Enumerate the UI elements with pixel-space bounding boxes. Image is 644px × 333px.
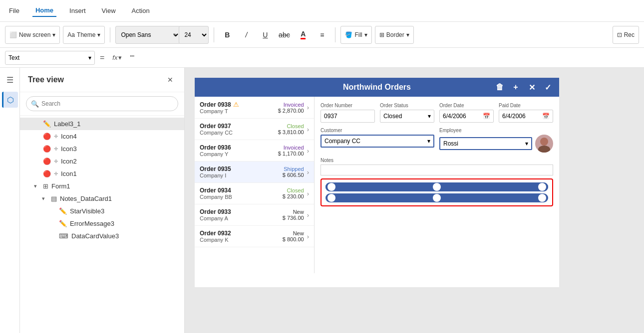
menu-home[interactable]: Home [32,4,56,17]
fx-button[interactable]: fx ▾ [109,53,125,62]
tree-item-starvisible3[interactable]: ✏️ StarVisible3 [20,205,184,217]
order-number: Order 0936 [200,144,278,151]
order-status-selector[interactable]: Closed ▾ [380,110,434,123]
menu-view[interactable]: View [99,5,119,16]
formula-input[interactable] [128,51,639,65]
add-button[interactable]: + [509,81,522,94]
tree-view-title: Tree view [28,75,64,84]
order-number-value[interactable]: 0937 [321,110,375,123]
employee-chevron-icon: ▾ [525,140,528,147]
order-date-value[interactable]: 6/4/2006 📅 [439,110,494,123]
order-row[interactable]: Order 0936 Company Y Invoiced $ 1,170.00… [195,140,314,162]
chevron-right-icon: › [307,211,309,219]
calendar-icon: 📅 [542,113,550,120]
chevron-right-icon: › [307,126,309,133]
tree-item-datacardvalue3[interactable]: ⌨ DataCardValue3 [20,230,184,242]
theme-button[interactable]: Aa Theme ▾ [63,26,105,44]
tree-item-icon4[interactable]: 🔴 ✛ Icon4 [20,130,184,143]
shapes-icon: 🔴 [43,145,51,153]
tree-item-icon2[interactable]: 🔴 ✛ Icon2 [20,155,184,167]
employee-avatar [535,135,553,153]
paid-date-label: Paid Date [499,103,553,108]
font-color-button[interactable]: A [295,27,311,43]
customer-selector[interactable]: Company CC ▾ [321,135,434,148]
order-row[interactable]: Order 0934 Company BB Closed $ 230.00 › [195,183,314,204]
new-screen-button[interactable]: ⬜ New screen ▾ [5,26,60,44]
order-amount: $ 736.00 [283,215,304,221]
order-row[interactable]: Order 0937 Company CC Closed $ 3,810.00 … [195,119,314,140]
order-company: Company T [200,108,278,114]
order-row[interactable]: Order 0933 Company A New $ 736.00 › [195,204,314,226]
order-number: Order 0932 [200,230,283,237]
slider-track-bottom[interactable] [325,193,548,202]
tree-item-errormessage3[interactable]: ✏️ ErrorMessage3 [20,217,184,230]
tree-close-button[interactable]: ✕ [164,74,176,86]
rec-button[interactable]: ⊡ Rec [613,26,639,44]
order-row[interactable]: Order 0932 Company K New $ 800.00 › [195,226,314,247]
employee-field: Employee Rossi ▾ [439,128,553,153]
order-number: Order 0937 [200,123,278,130]
detail-row-1: Order Number 0937 Order Status Closed ▾ … [321,103,553,123]
theme-icon: Aa [67,31,75,38]
tree-item-icon3[interactable]: 🔴 ✛ Icon3 [20,143,184,155]
chevron-right-icon: › [307,147,309,155]
close-button[interactable]: ✕ [525,81,538,94]
slider-handle-left[interactable] [327,183,335,191]
underline-button[interactable]: U [257,27,273,43]
notes-input[interactable] [321,165,553,175]
align-button[interactable]: ≡ [314,27,330,43]
menu-file[interactable]: File [6,5,22,16]
ribbon-separator-2 [214,27,214,42]
tree-item-form1[interactable]: ▾ ⊞ Form1 [20,180,184,192]
svg-point-0 [540,138,548,146]
new-screen-chevron-icon: ▾ [52,31,55,38]
customer-label: Customer [321,128,434,133]
order-status: New [283,209,304,215]
tree-item-label3-1[interactable]: ✏️ Label3_1 [20,118,184,130]
menu-insert[interactable]: Insert [66,5,89,16]
order-company: Company Y [200,151,278,157]
expand-arrow-icon: ▾ [34,183,40,189]
slider-handle-mid[interactable] [433,183,441,191]
order-row[interactable]: Order 0938 ⚠ Company T Invoiced $ 2,870.… [195,97,314,119]
slider-handle2-right[interactable] [538,194,546,202]
border-button[interactable]: ⊞ Border ▾ [375,26,414,44]
tree-item-icon1[interactable]: 🔴 ✛ Icon1 [20,167,184,180]
new-screen-icon: ⬜ [9,31,17,38]
slider-track-top[interactable] [325,182,548,191]
order-status-chevron-icon: ▾ [428,113,431,120]
menu-action[interactable]: Action [129,5,153,16]
paid-date-field: Paid Date 6/4/2006 📅 [499,103,553,123]
italic-button[interactable]: / [238,27,254,43]
fill-button[interactable]: 🪣 Fill ▾ [340,26,371,44]
detail-panel: Order Number 0937 Order Status Closed ▾ … [315,97,559,273]
shapes-icon: 🔴 [43,170,51,177]
order-status: Closed [278,123,304,129]
sidebar-layers-button[interactable]: ⬡ [2,92,18,108]
tree-search-input[interactable] [26,96,178,111]
sidebar-hamburger-button[interactable]: ☰ [2,72,18,88]
equals-sign: = [98,53,106,62]
ribbon-separator-3 [335,27,335,42]
bold-button[interactable]: B [219,27,235,43]
font-size-selector[interactable]: 24 [179,26,209,44]
paid-date-value[interactable]: 6/4/2006 📅 [499,110,553,123]
strikethrough-button[interactable]: abc [276,27,292,43]
tree-item-label: Notes_DataCard1 [60,195,176,202]
theme-chevron-icon: ▾ [97,31,100,38]
employee-selector[interactable]: Rossi ▾ [439,137,532,150]
delete-button[interactable]: 🗑 [493,81,506,94]
font-selector[interactable]: Open Sans [115,26,180,44]
order-status: Shipped [283,166,304,172]
tree-item-notes-datacard1[interactable]: ▾ ▤ Notes_DataCard1 [20,192,184,205]
chevron-right-icon: › [307,190,309,197]
order-row[interactable]: Order 0935 Company I Shipped $ 606.50 › [195,162,314,183]
order-status: Invoiced [278,145,304,151]
slider-handle2-mid[interactable] [433,194,441,202]
slider-handle-right[interactable] [538,183,546,191]
formula-selector[interactable]: Text ▾ [5,51,95,65]
check-button[interactable]: ✓ [541,81,554,94]
add-icon: ✛ [54,134,58,139]
order-company: Company CC [200,130,278,136]
slider-handle2-left[interactable] [327,194,335,202]
